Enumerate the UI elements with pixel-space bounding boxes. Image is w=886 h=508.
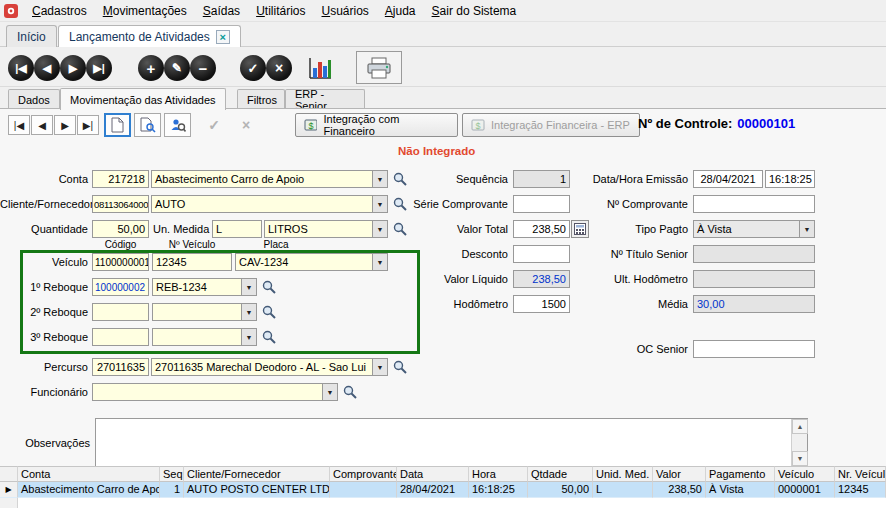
new-document-button[interactable]	[104, 113, 131, 137]
table-row[interactable]: ▶ Abastecimento Carro de Apoio 1 AUTO PO…	[0, 482, 886, 498]
col-cliente[interactable]: Cliente/Fornecedor	[184, 466, 330, 482]
reboque1-dropdown-icon[interactable]: ▼	[241, 279, 256, 295]
quantidade-field[interactable]: 50,00	[92, 220, 149, 238]
col-pagamento[interactable]: Pagamento	[706, 466, 775, 482]
menu-cadastros[interactable]: Cadastros	[24, 1, 95, 21]
subtab-movimentacao[interactable]: Movimentação das Atividades	[60, 88, 226, 110]
scroll-up-icon[interactable]: ▲	[792, 419, 808, 434]
cliente-code-field[interactable]: 08113064000453	[92, 195, 149, 213]
observacoes-scrollbar[interactable]: ▲ ▼	[791, 419, 807, 466]
scroll-down-icon[interactable]: ▼	[792, 451, 808, 466]
col-unid-med[interactable]: Unid. Med.	[593, 466, 653, 482]
un-medida-combo[interactable]: LITROS ▼	[264, 220, 388, 238]
control-number-value: 00000101	[737, 116, 795, 131]
percurso-lookup-button[interactable]	[392, 359, 409, 376]
nr-comprovante-field[interactable]	[693, 195, 815, 213]
delete-record-button[interactable]: −	[190, 55, 216, 81]
menu-movimentacoes[interactable]: Movimentações	[95, 1, 195, 21]
search-document-button[interactable]	[134, 113, 161, 137]
application-window: Cadastros Movimentações Saídas Utilitári…	[0, 0, 886, 508]
reboque1-lookup-button[interactable]	[261, 279, 278, 296]
data-emissao-field[interactable]: 28/04/2021	[693, 170, 763, 188]
subtab-erp-senior[interactable]: ERP - Senior	[285, 89, 365, 109]
conta-code-field[interactable]: 217218	[92, 170, 149, 188]
cliente-lookup-button[interactable]	[392, 196, 409, 213]
tab-lancamento-atividades[interactable]: Lançamento de Atividades ×	[58, 25, 241, 47]
col-seq[interactable]: Seq.	[160, 466, 184, 482]
un-medida-combo-text: LITROS	[265, 221, 372, 237]
reboque3-code-field[interactable]	[92, 328, 149, 346]
reboque2-lookup-button[interactable]	[261, 304, 278, 321]
funcionario-lookup-button[interactable]	[342, 384, 359, 401]
veiculo-code-field[interactable]: 1100000001	[92, 253, 149, 271]
reboque2-dropdown-icon[interactable]: ▼	[241, 304, 256, 320]
conta-lookup-button[interactable]	[392, 171, 409, 188]
nav-last-button[interactable]: ▶|	[86, 55, 112, 81]
grid-first-button[interactable]: |◀	[8, 115, 30, 135]
tipo-pagto-dropdown-icon[interactable]: ▼	[799, 221, 814, 237]
grid-prev-button[interactable]: ◀	[31, 115, 53, 135]
reboque3-lookup-button[interactable]	[261, 329, 278, 346]
nav-first-button[interactable]: |◀	[8, 55, 34, 81]
print-button[interactable]	[356, 51, 402, 84]
conta-combo[interactable]: Abastecimento Carro de Apoio ▼	[151, 170, 388, 188]
veiculo-placa-combo[interactable]: CAV-1234 ▼	[235, 253, 388, 271]
add-record-button[interactable]: +	[138, 55, 164, 81]
menu-usuarios[interactable]: Usuários	[313, 1, 376, 21]
veiculo-dropdown-icon[interactable]: ▼	[372, 254, 387, 270]
funcionario-dropdown-icon[interactable]: ▼	[322, 384, 337, 400]
tab-close-icon[interactable]: ×	[216, 30, 230, 44]
percurso-label: Percurso	[2, 361, 88, 373]
grid-last-button[interactable]: ▶|	[77, 115, 99, 135]
funcionario-combo[interactable]: ▼	[92, 383, 338, 401]
chart-button[interactable]	[306, 54, 334, 82]
col-comprovante[interactable]: Comprovante	[330, 466, 397, 482]
reboque1-code-field[interactable]: 100000002	[92, 278, 149, 296]
tab-inicio[interactable]: Início	[6, 25, 57, 47]
veiculo-nr-field[interactable]: 12345	[152, 253, 232, 271]
un-medida-code-field[interactable]: L	[212, 220, 262, 238]
col-hora[interactable]: Hora	[469, 466, 528, 482]
records-grid: Conta Seq. Cliente/Fornecedor Comprovant…	[0, 466, 886, 508]
observacoes-textarea[interactable]: ▲ ▼	[95, 418, 808, 467]
grid-next-button[interactable]: ▶	[54, 115, 76, 135]
conta-dropdown-icon[interactable]: ▼	[372, 171, 387, 187]
hora-emissao-field[interactable]: 16:18:25	[765, 170, 815, 188]
tipo-pagto-combo[interactable]: À Vista ▼	[693, 220, 815, 238]
menu-sair[interactable]: Sair do Sistema	[424, 1, 525, 21]
menu-utilitarios[interactable]: Utilitários	[248, 1, 313, 21]
reboque3-placa-combo[interactable]: ▼	[152, 328, 257, 346]
reboque3-dropdown-icon[interactable]: ▼	[241, 329, 256, 345]
reboque2-placa-combo[interactable]: ▼	[152, 303, 257, 321]
nav-prev-button[interactable]: ◀	[34, 55, 60, 81]
percurso-combo[interactable]: 27011635 Marechal Deodoro - AL - Sao Lui…	[151, 358, 388, 376]
menu-saidas[interactable]: Saídas	[195, 1, 248, 21]
cancel-button[interactable]: ×	[266, 55, 292, 81]
subtab-dados[interactable]: Dados	[8, 89, 60, 109]
cell-veiculo: 0000001	[775, 482, 835, 498]
oc-senior-field[interactable]	[693, 340, 815, 358]
menu-ajuda[interactable]: Ajuda	[377, 1, 424, 21]
col-data[interactable]: Data	[397, 466, 469, 482]
subtab-filtros[interactable]: Filtros	[237, 89, 285, 109]
cliente-dropdown-icon[interactable]: ▼	[372, 196, 387, 212]
nav-next-button[interactable]: ▶	[60, 55, 86, 81]
integration-financeiro-button[interactable]: $ Integração com Financeiro	[295, 113, 458, 137]
percurso-code-field[interactable]: 27011635	[92, 358, 149, 376]
reboque1-placa-combo[interactable]: REB-1234 ▼	[152, 278, 257, 296]
un-medida-lookup-button[interactable]	[392, 221, 409, 238]
search-icon	[392, 196, 408, 212]
col-veiculo[interactable]: Veículo	[775, 466, 835, 482]
percurso-dropdown-icon[interactable]: ▼	[372, 359, 387, 375]
col-conta[interactable]: Conta	[18, 466, 160, 482]
cliente-combo[interactable]: AUTO ▼	[151, 195, 388, 213]
col-nr-veiculo[interactable]: Nr. Veículo	[835, 466, 886, 482]
search-icon	[392, 171, 408, 187]
col-valor[interactable]: Valor	[653, 466, 706, 482]
search-person-button[interactable]	[164, 113, 191, 137]
edit-record-button[interactable]: ✎	[164, 55, 190, 81]
un-medida-dropdown-icon[interactable]: ▼	[372, 221, 387, 237]
col-qtdade[interactable]: Qtdade	[528, 466, 593, 482]
confirm-button[interactable]: ✓	[240, 55, 266, 81]
reboque2-code-field[interactable]	[92, 303, 149, 321]
